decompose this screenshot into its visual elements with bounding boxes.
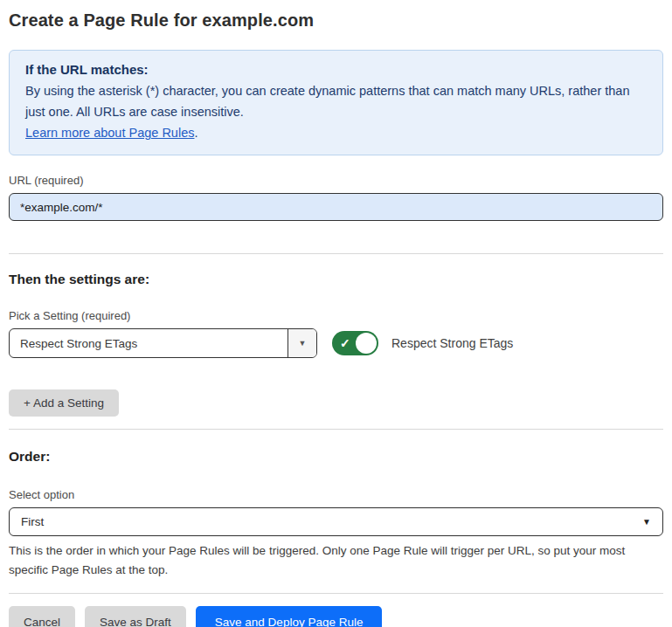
check-icon: ✓ — [340, 336, 350, 350]
cancel-button[interactable]: Cancel — [9, 606, 75, 627]
url-field-label: URL (required) — [9, 174, 663, 187]
pick-setting-label: Pick a Setting (required) — [9, 309, 663, 322]
divider — [9, 429, 663, 430]
url-matches-info-box: If the URL matches: By using the asteris… — [9, 50, 663, 155]
page-rule-form: Create a Page Rule for example.com If th… — [0, 0, 672, 627]
order-select-label: Select option — [9, 488, 663, 501]
info-box-link-line: Learn more about Page Rules. — [25, 122, 647, 143]
setting-row: Respect Strong ETags ▼ ✓ Respect Strong … — [9, 328, 663, 358]
add-setting-button[interactable]: + Add a Setting — [9, 389, 119, 417]
settings-section-heading: Then the settings are: — [9, 272, 663, 287]
caret-down-icon: ▼ — [299, 339, 307, 348]
caret-down-icon: ▼ — [642, 517, 651, 527]
order-section-heading: Order: — [9, 449, 663, 465]
info-box-heading: If the URL matches: — [25, 59, 647, 80]
setting-select-value: Respect Strong ETags — [10, 329, 288, 357]
toggle-knob — [356, 333, 377, 354]
footer-actions: Cancel Save as Draft Save and Deploy Pag… — [9, 606, 663, 627]
info-box-body: By using the asterisk (*) character, you… — [25, 80, 647, 122]
order-select-value: First — [21, 515, 44, 528]
divider — [9, 253, 663, 254]
save-draft-button[interactable]: Save as Draft — [85, 606, 186, 627]
order-help-text: This is the order in which your Page Rul… — [9, 541, 663, 580]
toggle-label: Respect Strong ETags — [391, 336, 513, 350]
setting-select[interactable]: Respect Strong ETags ▼ — [9, 328, 317, 358]
setting-toggle[interactable]: ✓ — [332, 331, 378, 355]
setting-select-arrow[interactable]: ▼ — [288, 329, 316, 357]
url-input[interactable] — [9, 193, 663, 221]
link-suffix: . — [194, 126, 197, 140]
learn-more-link[interactable]: Learn more about Page Rules — [25, 126, 194, 140]
page-title: Create a Page Rule for example.com — [9, 10, 663, 31]
divider — [9, 593, 663, 594]
order-select[interactable]: First ▼ — [9, 507, 663, 536]
save-deploy-button[interactable]: Save and Deploy Page Rule — [196, 606, 383, 627]
